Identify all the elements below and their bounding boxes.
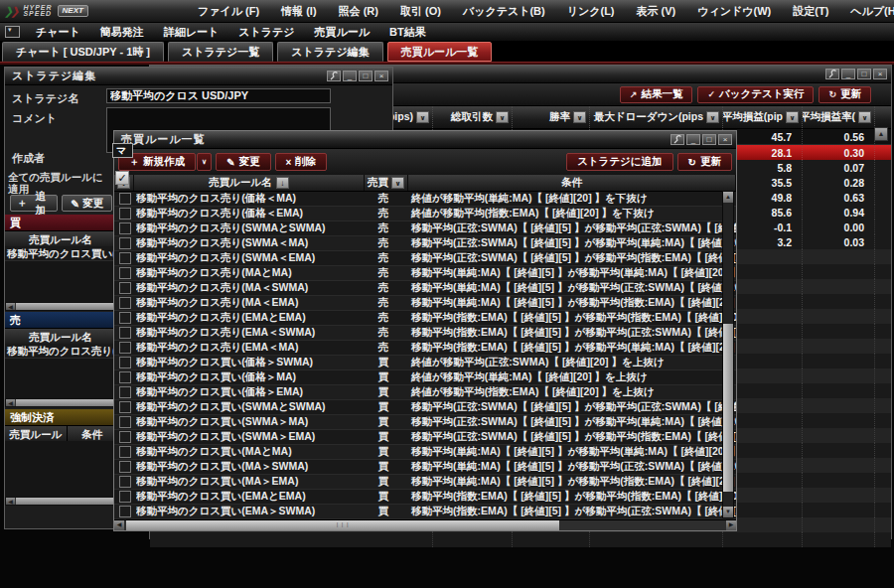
- rule-row[interactable]: 移動平均のクロス買い(価格＞SWMA)買終値が移動平均(正弦:SWMA)【 [終…: [114, 356, 736, 370]
- buy-list-horizontal-scrollbar[interactable]: ◀: [5, 302, 116, 311]
- rule-name-column-header[interactable]: 売買ルール名 ↓: [134, 175, 365, 191]
- rule-checkbox[interactable]: [119, 401, 131, 413]
- empty-result-row[interactable]: [150, 532, 891, 547]
- window-tab[interactable]: 売買ルール一覧: [387, 42, 493, 62]
- sell-rule-item[interactable]: 移動平均のクロス売り(MAとM: [5, 344, 116, 359]
- rule-row[interactable]: 移動平均のクロス売り(MAとMA)売移動平均(単純:MA)【 [終値][5] 】…: [114, 266, 736, 281]
- view-tab[interactable]: 詳細レート: [154, 23, 229, 42]
- scroll-left-arrow-icon[interactable]: ◀: [114, 520, 124, 530]
- rule-row[interactable]: 移動平均のクロス買い(EMA＞SWMA)買移動平均(指数:EMA)【 [終値][…: [114, 505, 736, 519]
- rule-row[interactable]: 移動平均のクロス売り(EMAとEMA)売移動平均(指数:EMA)【 [終値][5…: [114, 311, 736, 326]
- rule-row[interactable]: 移動平均のクロス売り(MA＜EMA)売移動平均(単純:MA)【 [終値][5] …: [114, 296, 736, 311]
- sell-list-horizontal-scrollbar[interactable]: ◀: [5, 398, 116, 407]
- menu-item[interactable]: 設定(T): [782, 1, 839, 22]
- view-tab[interactable]: 売買ルール: [305, 23, 380, 42]
- rule-row[interactable]: 移動平均のクロス買い(MA＞EMA)買移動平均(単純:MA)【 [終値][5] …: [114, 475, 736, 490]
- refresh-button[interactable]: ↻ 更新: [819, 86, 871, 103]
- add-to-strategy-button[interactable]: ストラテジに追加: [566, 153, 672, 171]
- maximize-icon[interactable]: □: [857, 69, 871, 79]
- menu-item[interactable]: バックテスト(B): [452, 1, 556, 22]
- rule-row[interactable]: 移動平均のクロス売り(SWMA＜MA)売移動平均(正弦:SWMA)【 [終値][…: [114, 236, 736, 251]
- rule-row[interactable]: 移動平均のクロス売り(SWMAとSWMA)売移動平均(正弦:SWMA)【 [終値…: [114, 221, 736, 236]
- rule-row[interactable]: 移動平均のクロス買い(SWMA＞EMA)買移動平均(正弦:SWMA)【 [終値]…: [114, 430, 736, 445]
- rule-checkbox[interactable]: [119, 476, 131, 488]
- filter-dropdown-icon[interactable]: ∨: [416, 111, 429, 123]
- view-tab[interactable]: チャート: [26, 23, 90, 42]
- rule-checkbox[interactable]: [119, 342, 131, 354]
- wrench-icon[interactable]: [670, 134, 684, 145]
- rule-row[interactable]: 移動平均のクロス売り(価格＜MA)売終値が移動平均(単純:MA)【 [終値][2…: [114, 192, 736, 207]
- menu-item[interactable]: リンク(L): [556, 1, 626, 22]
- filter-dropdown-icon[interactable]: ∨: [496, 111, 509, 123]
- filter-dropdown-icon[interactable]: ∨: [573, 111, 586, 123]
- results-column-header[interactable]: 最大ドローダウン(pips∨: [590, 106, 723, 128]
- rule-checkbox[interactable]: [119, 491, 131, 503]
- filter-dropdown-icon[interactable]: ∨: [858, 111, 871, 123]
- menu-item[interactable]: 取引 (O): [389, 1, 452, 22]
- rule-checkbox[interactable]: [119, 327, 131, 339]
- rule-row[interactable]: 移動平均のクロス売り(EMA＜MA)売移動平均(指数:EMA)【 [終値][5]…: [114, 341, 736, 356]
- results-column-header[interactable]: 総取引数∨: [433, 106, 513, 128]
- rule-row[interactable]: 移動平均のクロス買い(SWMAとSWMA)買移動平均(正弦:SWMA)【 [終値…: [114, 400, 736, 415]
- sort-descending-icon[interactable]: ↓: [276, 177, 289, 189]
- close-icon[interactable]: ×: [718, 134, 732, 145]
- side-column-header[interactable]: 売買 ∨: [365, 175, 408, 191]
- menu-item[interactable]: ウィンドウ(W): [686, 1, 782, 22]
- filter-dropdown-icon[interactable]: ∨: [786, 111, 799, 123]
- minimize-icon[interactable]: _: [343, 71, 357, 81]
- view-tab[interactable]: 簡易発注: [90, 23, 154, 42]
- window-menu-icon[interactable]: [5, 26, 20, 38]
- rule-checkbox[interactable]: [119, 297, 131, 309]
- menu-item[interactable]: 照会 (R): [328, 1, 389, 22]
- scroll-left-arrow-icon[interactable]: ◀: [6, 303, 15, 310]
- results-column-header[interactable]: 平均損益率(∨: [803, 106, 875, 128]
- rule-checkbox[interactable]: [119, 461, 131, 473]
- results-list-button[interactable]: ↗ 結果一覧: [620, 86, 693, 103]
- condition-column-header[interactable]: 条件: [408, 175, 736, 191]
- rule-row[interactable]: 移動平均のクロス買い(価格＞MA)買終値が移動平均(単純:MA)【 [終値][2…: [114, 370, 736, 385]
- chevron-down-icon[interactable]: ∨: [391, 177, 404, 189]
- scroll-right-arrow-icon[interactable]: ▶: [726, 520, 736, 530]
- rule-checkbox[interactable]: [119, 222, 131, 234]
- rule-checkbox[interactable]: [119, 208, 131, 220]
- author-combo-peek[interactable]: マ: [112, 143, 133, 158]
- scroll-up-button[interactable]: ▲: [874, 127, 888, 141]
- close-icon[interactable]: ×: [873, 69, 887, 79]
- rule-row[interactable]: 移動平均のクロス買い(MA＞SWMA)買移動平均(単純:MA)【 [終値][5]…: [114, 460, 736, 475]
- rule-row[interactable]: 移動平均のクロス買い(SWMA＞MA)買移動平均(正弦:SWMA)【 [終値][…: [114, 415, 736, 430]
- close-icon[interactable]: ×: [374, 71, 388, 81]
- rule-checkbox[interactable]: [119, 193, 131, 205]
- window-tab[interactable]: ストラテジ編集: [277, 42, 382, 62]
- rule-checkbox[interactable]: [119, 282, 131, 294]
- menu-item[interactable]: ヘルプ(H): [839, 1, 894, 22]
- scroll-up-arrow-icon[interactable]: ▲: [723, 192, 733, 203]
- rule-row[interactable]: 移動平均のクロス売り(価格＜EMA)売終値が移動平均(指数:EMA)【 [終値]…: [114, 207, 736, 221]
- filter-dropdown-icon[interactable]: ∨: [706, 111, 719, 123]
- edit-rule-button[interactable]: ✎ 変更: [216, 153, 270, 171]
- edit-rule-button[interactable]: ✎変更: [62, 195, 112, 212]
- rule-row[interactable]: 移動平均のクロス売り(EMA＜SWMA)売移動平均(指数:EMA)【 [終値][…: [114, 326, 736, 341]
- results-column-header[interactable]: 平均損益(pip∨: [723, 106, 803, 128]
- rule-checkbox[interactable]: [119, 312, 131, 324]
- maximize-icon[interactable]: □: [702, 134, 716, 145]
- backtest-run-button[interactable]: ✓ バックテスト実行: [697, 86, 814, 103]
- results-column-header[interactable]: 勝率∨: [513, 106, 590, 128]
- trade-rules-titlebar[interactable]: 売買ルール一覧 _□×: [114, 131, 736, 149]
- rule-checkbox[interactable]: [119, 506, 131, 517]
- rule-row[interactable]: 移動平均のクロス買い(EMAとEMA)買移動平均(指数:EMA)【 [終値][5…: [114, 490, 736, 505]
- rule-checkbox[interactable]: [119, 267, 131, 279]
- strategy-edit-titlebar[interactable]: ストラテジ編集 _□×: [5, 68, 392, 85]
- force-close-horizontal-scrollbar[interactable]: ◀: [5, 497, 116, 506]
- menu-item[interactable]: 情報 (I): [270, 1, 327, 22]
- rule-checkbox[interactable]: [119, 371, 131, 383]
- scrollbar-thumb[interactable]: | | |: [126, 520, 559, 530]
- scroll-down-arrow-icon[interactable]: ▼: [723, 507, 733, 517]
- wrench-icon[interactable]: [327, 71, 341, 81]
- scroll-left-arrow-icon[interactable]: ◀: [6, 399, 15, 406]
- rule-row[interactable]: 移動平均のクロス売り(MA＜SWMA)売移動平均(単純:MA)【 [終値][5]…: [114, 281, 736, 296]
- buy-rule-item[interactable]: 移動平均のクロス買い(MAとM: [5, 246, 116, 261]
- delete-rule-button[interactable]: × 削除: [275, 153, 328, 171]
- scrollbar-thumb[interactable]: [723, 324, 733, 491]
- minimize-icon[interactable]: _: [841, 69, 855, 79]
- rule-checkbox[interactable]: [119, 416, 131, 428]
